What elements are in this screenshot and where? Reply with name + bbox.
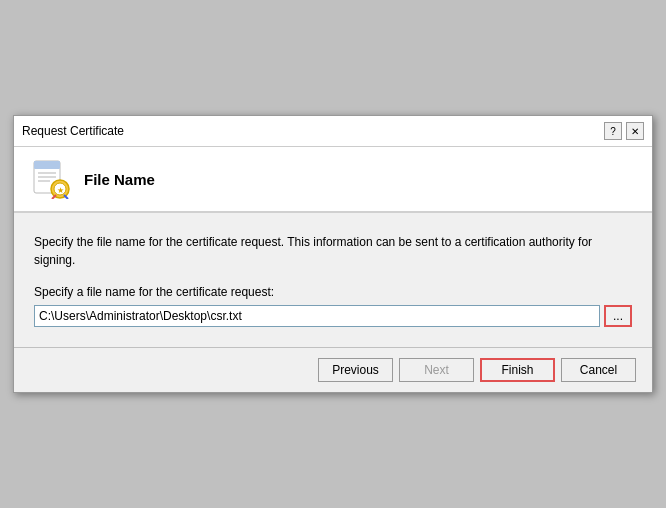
dialog-title: Request Certificate <box>22 124 124 138</box>
cancel-button[interactable]: Cancel <box>561 358 636 382</box>
svg-text:★: ★ <box>57 186 64 195</box>
title-bar-controls: ? ✕ <box>604 122 644 140</box>
file-label: Specify a file name for the certificate … <box>34 285 632 299</box>
dialog-window: Request Certificate ? ✕ ★ <box>13 115 653 393</box>
svg-line-8 <box>52 195 56 199</box>
browse-button[interactable]: ... <box>604 305 632 327</box>
title-bar: Request Certificate ? ✕ <box>14 116 652 147</box>
help-button[interactable]: ? <box>604 122 622 140</box>
svg-line-9 <box>64 195 68 199</box>
next-button[interactable]: Next <box>399 358 474 382</box>
file-input-row: ... <box>34 305 632 327</box>
description-text: Specify the file name for the certificat… <box>34 233 632 269</box>
certificate-icon: ★ <box>30 159 70 199</box>
close-button[interactable]: ✕ <box>626 122 644 140</box>
previous-button[interactable]: Previous <box>318 358 393 382</box>
header-title: File Name <box>84 171 155 188</box>
file-name-input[interactable] <box>34 305 600 327</box>
footer-section: Previous Next Finish Cancel <box>14 347 652 392</box>
svg-rect-1 <box>34 161 60 169</box>
content-section: Specify the file name for the certificat… <box>14 213 652 347</box>
header-section: ★ File Name <box>14 147 652 213</box>
title-bar-left: Request Certificate <box>22 124 124 138</box>
finish-button[interactable]: Finish <box>480 358 555 382</box>
